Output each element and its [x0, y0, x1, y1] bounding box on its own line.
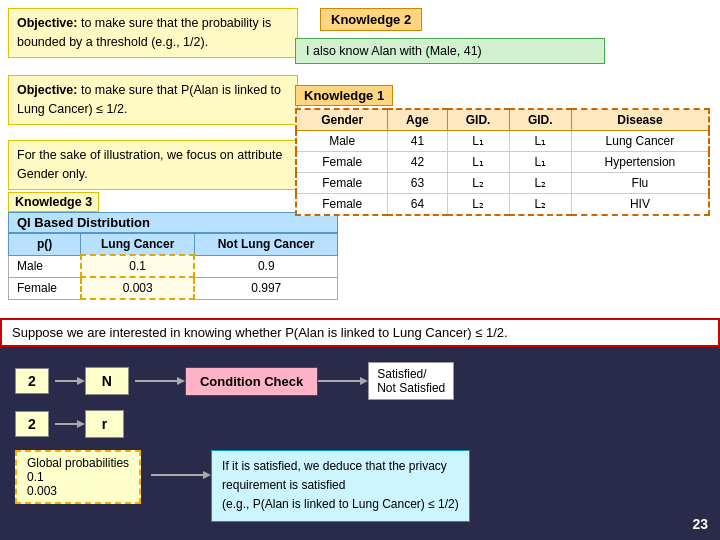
- satisfied-label: Satisfied/: [377, 367, 445, 381]
- table-row: Female 42 L₁ L₁ Hypertension: [296, 152, 709, 173]
- k1-r2c0: Female: [296, 173, 388, 194]
- k1-col-2: GID.: [447, 109, 509, 131]
- top-section: Objective: to make sure that the probabi…: [0, 0, 720, 320]
- k1-table: Gender Age GID. GID. Disease Male 41 L₁ …: [295, 108, 710, 216]
- k1-r1c4: Hypertension: [571, 152, 709, 173]
- global-prob-box: Global probabilities 0.1 0.003: [15, 450, 141, 504]
- qi-row0-col2: 0.9: [194, 255, 337, 277]
- connector-svg-5: [151, 460, 211, 490]
- node-2b: 2: [15, 411, 49, 437]
- k1-r0c4: Lung Cancer: [571, 131, 709, 152]
- qi-row1-col1: 0.003: [81, 277, 195, 299]
- svg-marker-1: [77, 377, 85, 385]
- k1-col-4: Disease: [571, 109, 709, 131]
- table-row: Female 64 L₂ L₂ HIV: [296, 194, 709, 216]
- svg-marker-5: [360, 377, 368, 385]
- k1-r3c1: 64: [388, 194, 447, 216]
- connector-svg-4: [55, 414, 85, 434]
- objective-box-2: Objective: to make sure that P(Alan is l…: [8, 75, 298, 125]
- k1-col-0: Gender: [296, 109, 388, 131]
- knowledge2-box: Knowledge 2: [320, 8, 422, 31]
- k1-r1c1: 42: [388, 152, 447, 173]
- k1-r0c3: L₁: [509, 131, 571, 152]
- k1-col-3: GID.: [509, 109, 571, 131]
- focus-text: For the sake of illustration, we focus o…: [17, 148, 282, 181]
- table-row: Female 0.003 0.997: [9, 277, 338, 299]
- global-val2: 0.003: [27, 484, 129, 498]
- k1-r2c2: L₂: [447, 173, 509, 194]
- knowledge1-label: Knowledge 1: [295, 85, 393, 106]
- suppose-box: Suppose we are interested in knowing whe…: [0, 318, 720, 347]
- qi-row0-col0: Male: [9, 255, 81, 277]
- connector-svg-3: [318, 371, 368, 391]
- qi-row0-col1: 0.1: [81, 255, 195, 277]
- obj1-label: Objective:: [17, 16, 77, 30]
- knowledge3-label: Knowledge 3: [8, 192, 99, 212]
- satisfied-box: Satisfied/ Not Satisfied: [368, 362, 454, 400]
- table-row: Male 0.1 0.9: [9, 255, 338, 277]
- node-2a: 2: [15, 368, 49, 394]
- connector-svg-1: [55, 371, 85, 391]
- qi-section: QI Based Distribution p() Lung Cancer No…: [8, 212, 338, 300]
- main-container: Objective: to make sure that the probabi…: [0, 0, 720, 540]
- k1-r3c4: HIV: [571, 194, 709, 216]
- alan-box: I also know Alan with (Male, 41): [295, 38, 605, 64]
- qi-col-3: Not Lung Cancer: [194, 234, 337, 256]
- node-r: r: [85, 410, 124, 438]
- k1-r2c4: Flu: [571, 173, 709, 194]
- qi-row1-col0: Female: [9, 277, 81, 299]
- table-row: Male 41 L₁ L₁ Lung Cancer: [296, 131, 709, 152]
- qi-row1-col2: 0.997: [194, 277, 337, 299]
- if-sat-line1: If it is satisfied, we deduce that the p…: [222, 457, 459, 476]
- k1-r0c2: L₁: [447, 131, 509, 152]
- condition-box: Condition Check: [185, 367, 318, 396]
- global-label: Global probabilities: [27, 456, 129, 470]
- qi-col-1: p(): [9, 234, 81, 256]
- node-N: N: [85, 367, 129, 395]
- global-val1: 0.1: [27, 470, 129, 484]
- svg-marker-3: [177, 377, 185, 385]
- k1-r3c3: L₂: [509, 194, 571, 216]
- k1-r3c2: L₂: [447, 194, 509, 216]
- if-sat-line2: requirement is satisfied: [222, 476, 459, 495]
- knowledge1-section: Knowledge 1 Gender Age GID. GID. Disease…: [295, 85, 710, 216]
- if-satisfied-box: If it is satisfied, we deduce that the p…: [211, 450, 470, 522]
- svg-marker-7: [77, 420, 85, 428]
- table-row: Female 63 L₂ L₂ Flu: [296, 173, 709, 194]
- k1-r0c0: Male: [296, 131, 388, 152]
- k1-r2c1: 63: [388, 173, 447, 194]
- connector-svg-2: [135, 371, 185, 391]
- not-satisfied-label: Not Satisfied: [377, 381, 445, 395]
- k1-r1c0: Female: [296, 152, 388, 173]
- svg-marker-9: [203, 471, 211, 479]
- slide-number: 23: [692, 516, 708, 532]
- focus-box: For the sake of illustration, we focus o…: [8, 140, 298, 190]
- qi-table: p() Lung Cancer Not Lung Cancer Male 0.1…: [8, 233, 338, 300]
- qi-title: QI Based Distribution: [8, 212, 338, 233]
- qi-col-2: Lung Cancer: [81, 234, 195, 256]
- if-sat-line3: (e.g., P(Alan is linked to Lung Cancer) …: [222, 495, 459, 514]
- obj2-label: Objective:: [17, 83, 77, 97]
- k1-r2c3: L₂: [509, 173, 571, 194]
- bottom-section: 2 N Condition Check Satisfied/ Not Satis…: [0, 348, 720, 540]
- objective-box-1: Objective: to make sure that the probabi…: [8, 8, 298, 58]
- k1-r3c0: Female: [296, 194, 388, 216]
- k1-r1c2: L₁: [447, 152, 509, 173]
- k1-r1c3: L₁: [509, 152, 571, 173]
- k1-col-1: Age: [388, 109, 447, 131]
- k1-r0c1: 41: [388, 131, 447, 152]
